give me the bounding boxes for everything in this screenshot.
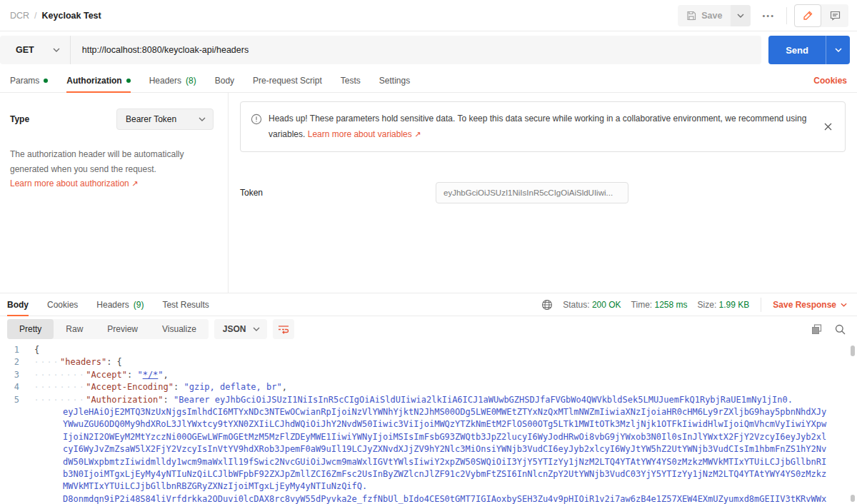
code-line: 1{	[0, 344, 857, 356]
tab-tests[interactable]: Tests	[341, 69, 361, 92]
status-label: Status:	[563, 300, 589, 310]
token-input[interactable]	[436, 182, 628, 203]
chevron-down-icon	[53, 48, 60, 52]
token-row: Token	[240, 182, 846, 203]
code-area[interactable]: 1{2····"headers": {3········"Accept": "*…	[0, 342, 857, 504]
send-button-group: Send	[768, 36, 850, 64]
wrap-text-icon	[278, 324, 289, 334]
code-line-text: dW50LWxpbmtzIiwidmlldy1wcm9maWxlIl19fSwi…	[29, 456, 826, 468]
code-line-text: b3N0IjoiMTgxLjEyMy4yNTIuNzQiLCJlbWFpbF92…	[29, 468, 826, 480]
vertical-scrollbar-thumb[interactable]	[851, 346, 855, 356]
breadcrumb-request-name[interactable]: Keycloak Test	[42, 11, 101, 21]
code-line: 3········"Accept": "*/*",	[0, 369, 857, 381]
chevron-down-icon	[737, 14, 744, 18]
edit-request-button[interactable]	[794, 4, 821, 27]
breadcrumb-separator: /	[34, 11, 36, 21]
code-line-text: cyI6WyJvZmZsaW5lX2FjY2VzcyIsInVtYV9hdXRo…	[29, 443, 826, 455]
time-label: Time:	[631, 300, 653, 310]
line-number	[0, 480, 29, 493]
code-line: MWVkMTIxYTUiLCJjbGllbnRBZGRyZXNzIjoiMTgx…	[0, 480, 857, 493]
code-line: YWwuZGU6ODQ0My9hdXRoL3JlYWxtcy9tYXN0ZXIi…	[0, 418, 857, 430]
info-circle-icon	[251, 114, 262, 125]
line-number: 1	[0, 344, 29, 356]
auth-type-dropdown[interactable]: Bearer Token	[116, 109, 214, 130]
response-status: Status: 200 OK	[563, 300, 621, 310]
network-globe-icon[interactable]	[541, 299, 553, 311]
tab-headers[interactable]: Headers (8)	[149, 69, 196, 92]
close-banner-button[interactable]	[821, 121, 835, 132]
code-line-text: ········"Authorization": "Bearer eyJhbGc…	[29, 394, 793, 406]
search-response-button[interactable]	[833, 323, 847, 336]
response-tab-cookies[interactable]: Cookies	[47, 293, 78, 316]
auth-type-value: Bearer Token	[126, 114, 176, 124]
tab-prerequest-label: Pre-request Script	[253, 76, 322, 86]
response-tab-test-results[interactable]: Test Results	[162, 293, 209, 316]
line-number: 3	[0, 369, 29, 381]
line-number	[0, 431, 29, 443]
tab-authorization-label: Authorization	[66, 76, 121, 86]
more-actions-button[interactable]: •••	[758, 9, 779, 23]
auth-token-column: Heads up! These parameters hold sensitiv…	[229, 93, 857, 293]
tab-settings-label: Settings	[379, 76, 410, 86]
save-response-button[interactable]: Save Response	[761, 298, 847, 312]
auth-type-row: Type Bearer Token	[10, 109, 214, 130]
response-tab-body-label: Body	[7, 300, 29, 310]
save-button[interactable]: Save	[678, 5, 731, 26]
code-line-text: IjoiN2I2OWEyM2MtYzczNi00OGEwLWFmOGEtMzM5…	[29, 431, 826, 443]
tab-headers-label: Headers	[149, 76, 181, 86]
tab-body[interactable]: Body	[215, 69, 234, 92]
tab-params[interactable]: Params	[10, 69, 48, 92]
response-meta: Status: 200 OK Time: 1258 ms Size: 1.99 …	[541, 293, 847, 316]
line-number	[0, 456, 29, 468]
code-line-text: ········"Accept": "*/*",	[29, 369, 169, 381]
view-mode-preview[interactable]: Preview	[95, 319, 150, 339]
format-dropdown[interactable]: JSON	[214, 319, 267, 339]
tab-prerequest-script[interactable]: Pre-request Script	[253, 69, 322, 92]
response-tab-body[interactable]: Body	[7, 293, 29, 316]
request-tabs: Params Authorization Headers (8) Body Pr…	[0, 69, 857, 93]
top-actions: Save •••	[678, 4, 848, 27]
auth-type-column: Type Bearer Token The authorization head…	[0, 93, 229, 293]
response-size: Size: 1.99 KB	[698, 300, 750, 310]
scrollbar-bottom-thumb[interactable]	[851, 495, 855, 502]
line-number	[0, 443, 29, 455]
send-button[interactable]: Send	[768, 36, 826, 64]
response-header: Body Cookies Headers (9) Test Results St…	[0, 293, 857, 316]
comments-button[interactable]	[821, 4, 848, 27]
authorization-panel: Type Bearer Token The authorization head…	[0, 93, 857, 293]
view-mode-raw[interactable]: Raw	[54, 319, 95, 339]
request-url-row: GET Send	[0, 31, 857, 69]
view-mode-visualize[interactable]: Visualize	[150, 319, 209, 339]
url-input[interactable]	[71, 36, 762, 64]
copy-response-button[interactable]	[810, 323, 823, 336]
close-icon	[824, 123, 832, 131]
comment-icon	[830, 11, 841, 21]
time-value: 1258 ms	[655, 300, 688, 310]
breadcrumb: DCR / Keycloak Test	[10, 11, 101, 21]
code-line-text: eyJleHAiOjE2MTQ3NzUxNjgsImlhdCI6MTYxNDc3…	[29, 406, 826, 418]
response-tab-cookies-label: Cookies	[47, 300, 78, 310]
learn-more-authorization-label: Learn more about authorization	[10, 178, 129, 188]
breadcrumb-collection[interactable]: DCR	[10, 11, 29, 21]
chevron-down-icon	[199, 117, 206, 121]
tab-settings[interactable]: Settings	[379, 69, 410, 92]
learn-more-authorization-link[interactable]: Learn more about authorization ↗	[10, 178, 138, 188]
line-number: 2	[0, 356, 29, 368]
divider	[786, 7, 787, 24]
view-mode-pretty[interactable]: Pretty	[7, 319, 54, 339]
line-number	[0, 418, 29, 430]
params-green-dot	[44, 79, 48, 83]
tab-authorization[interactable]: Authorization	[66, 69, 130, 92]
code-line: cyI6WyJvZmZsaW5lX2FjY2VzcyIsInVtYV9hdXRo…	[0, 443, 857, 455]
save-options-chevron[interactable]	[731, 5, 751, 26]
wrap-text-button[interactable]	[273, 319, 294, 339]
learn-more-variables-link[interactable]: Learn more about variables ↗	[308, 129, 421, 139]
method-dropdown[interactable]: GET	[0, 36, 71, 64]
code-line-text: YWwuZGU6ODQ0My9hdXRoL3JlYWxtcy9tYXN0ZXIi…	[29, 418, 826, 430]
response-tab-headers-count: (9)	[134, 300, 144, 310]
save-button-label: Save	[701, 11, 722, 21]
response-tab-headers[interactable]: Headers (9)	[96, 293, 144, 316]
send-options-chevron[interactable]	[826, 36, 850, 64]
cookies-link[interactable]: Cookies	[813, 69, 847, 92]
code-line-text: ····"headers": {	[29, 356, 122, 368]
